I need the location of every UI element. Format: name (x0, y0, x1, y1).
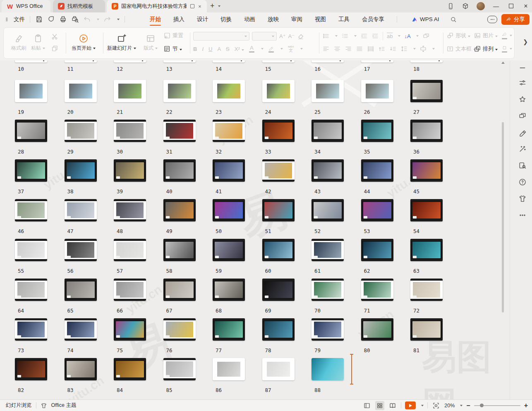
decrease-font-icon[interactable]: A⁻ (288, 33, 295, 39)
slide-thumbnail-28[interactable] (15, 120, 47, 142)
align-distribute-icon[interactable] (367, 45, 374, 53)
slide-thumbnail-82[interactable] (15, 358, 47, 380)
shapes-button[interactable]: 形状 (446, 32, 470, 39)
slide-thumbnail-71[interactable] (361, 279, 393, 301)
slide-thumbnail-32[interactable] (213, 120, 245, 142)
tab-docer-templates[interactable]: 找稻壳模板 (53, 0, 105, 12)
slide-thumbnail-65[interactable] (65, 279, 97, 301)
slide-thumbnail-73[interactable] (15, 318, 47, 341)
play-options-chevron[interactable] (421, 405, 424, 406)
outline-color-button[interactable] (502, 45, 512, 53)
slide-thumbnail-68[interactable] (213, 279, 245, 301)
slide-thumbnail-30[interactable] (114, 120, 146, 142)
slide-thumbnail-31[interactable] (163, 120, 196, 142)
slide-thumbnail-36[interactable] (410, 120, 443, 142)
minimize-icon[interactable]: — (492, 3, 500, 10)
normal-view-icon[interactable] (362, 401, 371, 410)
slide-thumbnail-23[interactable] (213, 80, 245, 102)
menu-tab-设计[interactable]: 设计 (196, 14, 209, 25)
slide-thumbnail-13[interactable] (163, 60, 196, 62)
slide-sorter-view-icon[interactable] (375, 401, 384, 410)
italic-icon[interactable]: I (202, 46, 204, 52)
zoom-slider-knob[interactable] (480, 404, 484, 407)
view-mode-label[interactable]: 幻灯片浏览 (6, 402, 32, 409)
format-painter-button[interactable]: 格式刷 (11, 28, 26, 58)
zoom-in-button[interactable]: + (524, 402, 528, 409)
slide-thumbnail-81[interactable] (410, 318, 443, 341)
slide-thumbnail-86[interactable] (213, 358, 245, 380)
slide-thumbnail-46[interactable] (15, 199, 47, 221)
file-menu-button[interactable]: 文件 (5, 16, 25, 23)
slide-thumbnail-48[interactable] (114, 199, 146, 221)
slide-thumbnail-45[interactable] (410, 159, 443, 182)
slide-thumbnail-67[interactable] (163, 279, 196, 301)
increase-indent-icon[interactable] (371, 32, 379, 40)
clear-format-icon[interactable] (297, 33, 304, 40)
slide-thumbnail-43[interactable] (312, 159, 344, 182)
align-justify-icon[interactable] (356, 45, 363, 53)
slide-thumbnail-88[interactable] (312, 358, 344, 380)
zoom-value[interactable]: 20% (444, 403, 455, 409)
docer-resources-star-icon[interactable] (518, 95, 527, 103)
slide-thumbnail-25[interactable] (312, 80, 344, 102)
slide-thumbnail-17[interactable] (361, 60, 393, 62)
menu-tab-会员专享[interactable]: 会员专享 (361, 14, 385, 25)
increase-font-icon[interactable]: A⁺ (279, 33, 286, 39)
numbered-list-icon[interactable] (341, 32, 349, 40)
tab-close-icon[interactable]: × (198, 3, 201, 10)
slide-thumbnail-51[interactable] (262, 199, 295, 221)
slide-thumbnail-58[interactable] (163, 239, 196, 261)
fill-color-button[interactable] (502, 32, 512, 39)
slide-thumbnail-18[interactable] (410, 60, 443, 62)
superscript-button[interactable]: X² (235, 46, 244, 52)
new-tab-button[interactable]: + (210, 2, 220, 10)
search-icon[interactable] (450, 16, 457, 23)
slide-thumbnail-74[interactable] (65, 318, 97, 341)
slide-thumbnail-78[interactable] (262, 318, 295, 341)
slide-thumbnail-87[interactable] (262, 358, 295, 380)
find-replace-icon[interactable] (518, 161, 527, 170)
paste-button[interactable]: 粘贴 (31, 28, 45, 58)
slide-thumbnail-16[interactable] (312, 60, 344, 62)
slide-thumbnail-50[interactable] (213, 199, 245, 221)
slide-thumbnail-66[interactable] (114, 279, 146, 301)
maximize-icon[interactable] (507, 3, 515, 10)
slide-thumbnail-37[interactable] (15, 159, 47, 182)
slide-thumbnail-77[interactable] (213, 318, 245, 341)
redo-icon[interactable] (103, 15, 111, 23)
picture-button[interactable]: 图片 (474, 32, 498, 39)
float-window-icon[interactable] (190, 4, 194, 8)
menu-tab-审阅[interactable]: 审阅 (290, 14, 303, 25)
scroll-up-arrow[interactable] (501, 62, 505, 64)
slide-thumbnail-64[interactable] (15, 279, 47, 301)
slide-thumbnail-10[interactable] (15, 60, 47, 62)
slide-thumbnail-35[interactable] (361, 120, 393, 142)
new-slide-button[interactable]: 新建幻灯片 (107, 28, 136, 58)
new-tab-chevron[interactable] (218, 5, 220, 7)
slide-thumbnail-21[interactable] (114, 80, 146, 102)
efficiency-cloud-icon[interactable] (487, 16, 497, 23)
align-left-icon[interactable] (322, 45, 330, 53)
vertical-scrollbar[interactable] (502, 122, 504, 312)
font-color-button[interactable]: A (249, 45, 254, 53)
slide-sorter-canvas[interactable]: yitu.cn yitu.cn yitu.cn yitu.cn yitu.cn … (0, 60, 510, 399)
slide-thumbnail-15[interactable] (262, 60, 295, 62)
slide-thumbnail-52[interactable] (312, 199, 344, 221)
reset-button[interactable]: 重置 (163, 32, 183, 39)
output-icon[interactable] (47, 15, 55, 23)
collapse-ribbon-icon[interactable] (518, 64, 527, 72)
decrease-indent-icon[interactable] (360, 32, 368, 40)
menu-tab-开始[interactable]: 开始 (149, 14, 162, 25)
slide-thumbnail-57[interactable] (114, 239, 146, 261)
bullet-list-icon[interactable] (322, 32, 330, 40)
menu-tab-放映[interactable]: 放映 (267, 14, 280, 25)
zoom-slider[interactable] (474, 405, 520, 406)
user-avatar[interactable] (477, 2, 485, 10)
menu-tab-动画[interactable]: 动画 (243, 14, 256, 25)
theme-label[interactable]: Office 主题 (51, 402, 77, 409)
highlight-color-button[interactable] (268, 46, 274, 53)
slide-thumbnail-53[interactable] (361, 199, 393, 221)
slide-thumbnail-63[interactable] (410, 239, 443, 261)
print-icon[interactable] (59, 15, 67, 23)
print-preview-icon[interactable] (71, 15, 79, 23)
